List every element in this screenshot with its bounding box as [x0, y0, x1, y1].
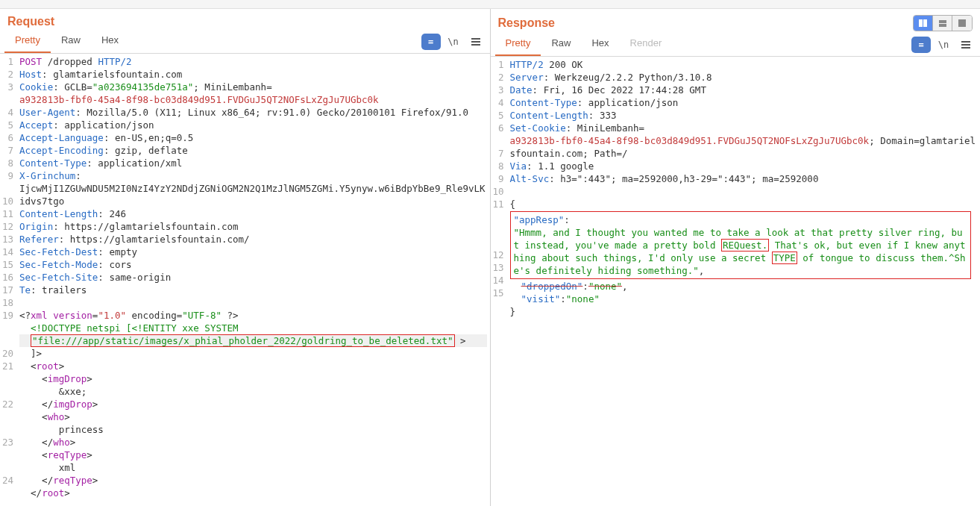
tab-raw[interactable]: Raw	[51, 30, 91, 53]
expand-icon[interactable]: =	[421, 34, 441, 50]
layout-toggle	[913, 15, 973, 31]
request-tabs: Pretty Raw Hex = \n	[0, 30, 490, 54]
expand-icon[interactable]: =	[911, 37, 931, 53]
response-editor[interactable]: 123456789101112131415 HTTP/2 200 OKServe…	[491, 57, 981, 506]
tab-pretty[interactable]: Pretty	[4, 30, 51, 53]
layout-horizontal-split-button[interactable]	[933, 16, 952, 31]
response-tabs: Pretty Raw Hex Render = \n	[491, 33, 981, 57]
tab-raw[interactable]: Raw	[541, 33, 581, 56]
response-title: Response	[498, 16, 555, 30]
response-pane: Response Pretty Raw Hex Render = \n 1234…	[491, 9, 981, 506]
window-toolbar	[0, 0, 980, 9]
split-view: Request Pretty Raw Hex = \n 123456789101…	[0, 9, 980, 506]
layout-vertical-split-button[interactable]	[914, 16, 933, 31]
tab-render[interactable]: Render	[620, 33, 673, 56]
newline-icon[interactable]: \n	[444, 34, 463, 50]
tab-pretty[interactable]: Pretty	[495, 33, 541, 56]
request-editor[interactable]: 123456789101112131415161718192021222324 …	[0, 54, 490, 506]
layout-single-button[interactable]	[952, 16, 972, 31]
request-pane: Request Pretty Raw Hex = \n 123456789101…	[0, 9, 491, 506]
request-title: Request	[7, 15, 54, 28]
hamburger-icon[interactable]	[466, 34, 486, 50]
newline-icon[interactable]: \n	[934, 37, 953, 53]
tab-hex[interactable]: Hex	[581, 33, 619, 56]
hamburger-icon[interactable]	[956, 37, 976, 53]
tab-hex[interactable]: Hex	[91, 30, 129, 53]
